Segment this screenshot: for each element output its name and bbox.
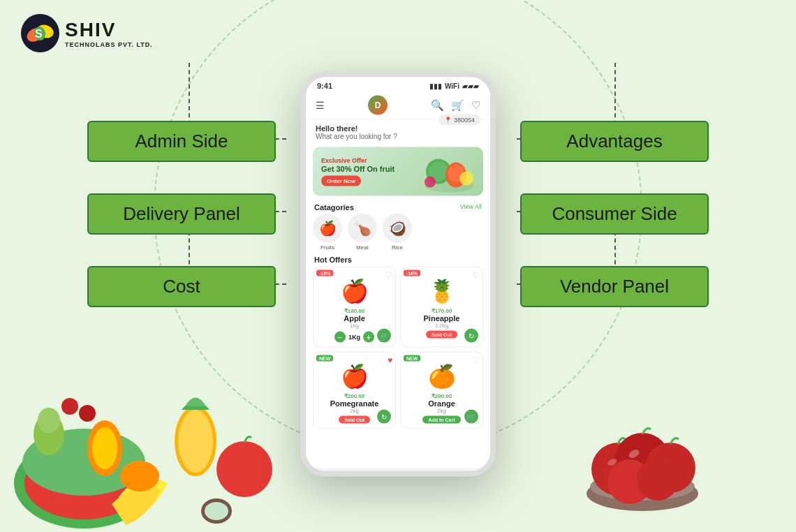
- pineapple-weight: 1.2kg: [405, 323, 478, 329]
- svg-point-22: [79, 405, 96, 422]
- svg-point-24: [205, 502, 228, 520]
- new-badge-pomegranate: NEW: [316, 355, 333, 362]
- add-to-cart-apple[interactable]: 🛒: [377, 329, 391, 343]
- add-to-cart-orange[interactable]: 🛒: [464, 410, 478, 424]
- svg-text:S: S: [35, 28, 43, 40]
- hot-offers-title: Hot Offers: [306, 253, 490, 267]
- delivery-panel-label[interactable]: Delivery Panel: [87, 193, 276, 235]
- fruits-icon: 🍎: [313, 214, 342, 243]
- company-logo: S SHIV TECHNOLABS PVT. LTD.: [21, 14, 153, 52]
- wifi-icon: WiFi: [445, 82, 459, 89]
- vendor-panel-label[interactable]: Vendor Panel: [520, 266, 709, 307]
- svg-point-20: [120, 461, 159, 492]
- svg-point-26: [92, 427, 117, 469]
- app-logo: D: [368, 96, 388, 115]
- pineapple-image: 🍍: [405, 277, 478, 305]
- logo-company-name: SHIV: [65, 19, 153, 41]
- banner-title: Get 30% Off On fruit: [321, 165, 395, 173]
- promo-banner[interactable]: Exclusive Offer Get 30% Off On fruit Ord…: [313, 147, 483, 196]
- order-now-button[interactable]: Order Now: [321, 176, 361, 186]
- offers-grid: -16% ♡ 🍎 ₹180.00 Apple 1kg − 1Kg + 🛒 -16…: [306, 267, 490, 429]
- wishlist-pomegranate[interactable]: ♥: [388, 355, 392, 365]
- product-orange[interactable]: NEW ♡ 🍊 ₹200.00 Orange 2kg Add to Cart 🛒: [400, 352, 483, 429]
- search-icon[interactable]: 🔍: [431, 99, 444, 112]
- phone-status-bar: 9:41 ▮▮▮ WiFi ▰▰▰: [306, 77, 490, 91]
- product-pomegranate[interactable]: NEW ♥ 🍎 ₹200.00 Pomegranate 2kg Sold Out…: [313, 352, 396, 429]
- location-badge: 📍 380054: [438, 114, 480, 126]
- svg-point-21: [61, 398, 78, 415]
- phone-time: 9:41: [317, 82, 332, 90]
- cart-icon[interactable]: 🛒: [451, 99, 464, 112]
- apple-price: ₹180.00: [318, 308, 391, 314]
- sold-out-pineapple: Sold Out: [426, 331, 457, 339]
- fruit-illustration: [0, 281, 293, 532]
- discount-badge-pineapple: -16%: [404, 270, 420, 276]
- banner-fruit-image: [418, 147, 480, 196]
- looking-text: What are you looking for ?: [316, 133, 480, 140]
- wishlist-apple[interactable]: ♡: [385, 270, 392, 280]
- view-all-link[interactable]: View All: [460, 203, 482, 212]
- phone-header: 📍 380054 Hello there! What are you looki…: [306, 120, 490, 143]
- product-apple[interactable]: -16% ♡ 🍎 ₹180.00 Apple 1kg − 1Kg + 🛒: [313, 267, 396, 348]
- banner-offer-label: Exclusive Offer: [321, 157, 395, 164]
- add-cart-orange[interactable]: Add to Cart: [422, 416, 460, 424]
- wishlist-pineapple[interactable]: ♡: [472, 270, 480, 280]
- pomegranate-image: 🍎: [318, 362, 391, 390]
- categories-title: Catagories: [314, 203, 354, 212]
- svg-point-19: [38, 408, 60, 433]
- signal-icon: ▮▮▮: [429, 82, 442, 89]
- sold-out-pomegranate: Sold Out: [339, 416, 370, 424]
- apple-weight: 1kg: [318, 323, 391, 329]
- category-fruits[interactable]: 🍎 Fruits: [313, 214, 342, 251]
- product-pineapple[interactable]: -16% ♡ 🍍 ₹170.00 Pineapple 1.2kg Sold Ou…: [400, 267, 483, 348]
- orange-image: 🍊: [405, 362, 478, 390]
- pomegranate-price: ₹200.00: [318, 393, 391, 399]
- cost-label[interactable]: Cost: [87, 266, 276, 307]
- qty-minus[interactable]: −: [334, 332, 346, 343]
- pineapple-name: Pineapple: [405, 314, 478, 323]
- pineapple-price: ₹170.00: [405, 308, 478, 314]
- apple-name: Apple: [318, 314, 391, 323]
- advantages-label[interactable]: Advantages: [520, 121, 709, 162]
- battery-icon: ▰▰▰: [462, 82, 479, 89]
- phone-mockup: 9:41 ▮▮▮ WiFi ▰▰▰ ☰ D 🔍 🛒 ♡: [300, 72, 496, 477]
- category-rice[interactable]: 🥥 Rice: [383, 214, 412, 251]
- menu-icon[interactable]: ☰: [316, 100, 325, 111]
- rice-icon: 🥥: [383, 214, 412, 243]
- svg-point-33: [637, 459, 679, 501]
- svg-point-16: [178, 410, 213, 473]
- qty-value: 1Kg: [348, 334, 360, 341]
- new-badge-orange: NEW: [404, 355, 420, 362]
- meat-icon: 🍗: [348, 214, 377, 243]
- apple-image: 🍎: [318, 277, 391, 305]
- orange-price: ₹200.00: [405, 393, 478, 399]
- svg-point-11: [425, 177, 436, 188]
- refresh-pomegranate[interactable]: ↻: [377, 410, 391, 424]
- category-meat[interactable]: 🍗 Meat: [348, 214, 377, 251]
- wishlist-icon[interactable]: ♡: [471, 99, 480, 112]
- pomegranate-name: Pomegranate: [318, 399, 391, 408]
- categories-list: 🍎 Fruits 🍗 Meat 🥥 Rice: [306, 214, 490, 253]
- svg-point-10: [459, 172, 473, 186]
- logo-subtitle: TECHNOLABS PVT. LTD.: [65, 41, 153, 48]
- orange-name: Orange: [405, 399, 478, 408]
- svg-point-17: [216, 441, 272, 497]
- wishlist-orange[interactable]: ♡: [472, 355, 480, 365]
- discount-badge-apple: -16%: [316, 270, 333, 276]
- apple-bowl: [573, 378, 712, 518]
- refresh-pineapple[interactable]: ↻: [464, 329, 478, 343]
- categories-header: Catagories View All: [306, 200, 490, 214]
- consumer-side-label[interactable]: Consumer Side: [520, 193, 709, 235]
- qty-plus[interactable]: +: [363, 332, 374, 343]
- admin-side-label[interactable]: Admin Side: [87, 121, 276, 162]
